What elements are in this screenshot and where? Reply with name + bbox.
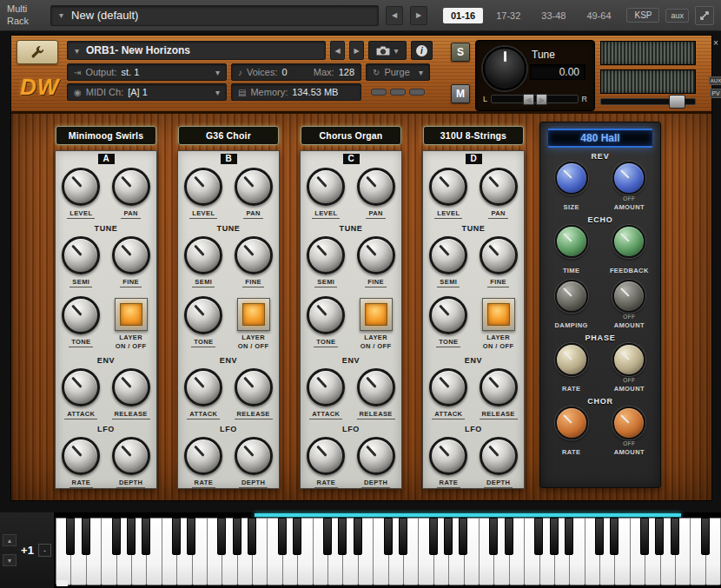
preset-button[interactable]: Minimoog Swirls xyxy=(56,126,156,145)
fx-knob[interactable] xyxy=(612,280,645,313)
black-key[interactable] xyxy=(233,518,241,555)
attack-knob[interactable] xyxy=(62,368,100,406)
close-icon[interactable]: × xyxy=(713,38,718,49)
layer-on-off-toggle[interactable] xyxy=(115,298,148,331)
semi-knob[interactable] xyxy=(307,236,345,274)
level-knob[interactable] xyxy=(184,168,222,206)
tune-knob[interactable] xyxy=(483,47,526,90)
release-knob[interactable] xyxy=(112,368,150,406)
black-key[interactable] xyxy=(278,518,287,555)
fine-knob[interactable] xyxy=(357,236,395,274)
black-key[interactable] xyxy=(701,518,710,555)
black-key[interactable] xyxy=(640,518,649,555)
volume-slider-handle[interactable] xyxy=(669,95,685,109)
mute-button[interactable]: M xyxy=(451,84,470,103)
release-knob[interactable] xyxy=(357,368,395,406)
output-select[interactable]: ⇥ Output: st. 1 ▾ xyxy=(67,63,227,81)
solo-button[interactable]: S xyxy=(451,43,470,62)
octave-down-icon[interactable]: ▼ xyxy=(3,554,17,566)
black-key[interactable] xyxy=(671,518,679,555)
black-key[interactable] xyxy=(399,518,407,555)
semi-knob[interactable] xyxy=(429,236,467,274)
lfo-rate-knob[interactable] xyxy=(184,437,222,475)
lfo-depth-knob[interactable] xyxy=(357,437,395,475)
semi-knob[interactable] xyxy=(184,236,222,274)
black-key[interactable] xyxy=(384,518,393,555)
black-key[interactable] xyxy=(429,518,438,555)
black-key[interactable] xyxy=(489,518,498,555)
fx-knob[interactable] xyxy=(555,162,588,195)
black-key[interactable] xyxy=(610,518,618,555)
black-key[interactable] xyxy=(459,518,467,555)
prev-multi-button[interactable]: ◀ xyxy=(386,6,403,25)
pan-slider[interactable]: ◁ ▷ xyxy=(491,95,578,103)
pan-knob[interactable] xyxy=(235,168,273,206)
black-key[interactable] xyxy=(534,518,543,555)
preset-button[interactable]: Chorus Organ xyxy=(301,126,401,145)
lfo-rate-knob[interactable] xyxy=(62,437,100,475)
octave-up-icon[interactable]: ▲ xyxy=(3,534,17,546)
black-key[interactable] xyxy=(82,518,90,555)
pan-handle-right[interactable]: ▷ xyxy=(536,94,547,105)
black-key[interactable] xyxy=(338,518,347,555)
lfo-depth-knob[interactable] xyxy=(235,437,273,475)
tab-49-64[interactable]: 49-64 xyxy=(579,8,618,23)
lfo-depth-knob[interactable] xyxy=(112,437,150,475)
tone-knob[interactable] xyxy=(62,296,100,334)
black-key[interactable] xyxy=(66,518,75,555)
midi-channel-select[interactable]: ◉ MIDI Ch: [A] 1 ▾ xyxy=(67,83,227,101)
keyboard-scroll-handle[interactable] xyxy=(56,580,68,586)
prev-instrument-button[interactable]: ◀ xyxy=(330,41,345,60)
octave-minus-button[interactable]: - xyxy=(38,544,51,557)
fx-knob[interactable] xyxy=(555,280,588,313)
pv-side-button[interactable]: PV xyxy=(710,89,721,98)
black-key[interactable] xyxy=(354,518,362,555)
fx-knob[interactable] xyxy=(612,162,645,195)
fx-knob[interactable] xyxy=(612,225,645,258)
black-key[interactable] xyxy=(112,518,121,555)
layer-on-off-toggle[interactable] xyxy=(482,298,515,331)
fine-knob[interactable] xyxy=(235,236,273,274)
tone-knob[interactable] xyxy=(429,296,467,334)
lfo-depth-knob[interactable] xyxy=(480,437,518,475)
black-key[interactable] xyxy=(565,518,573,555)
layer-on-off-toggle[interactable] xyxy=(360,298,393,331)
instrument-title-dropdown[interactable]: ▾ ORB1- New Horizons xyxy=(67,41,326,60)
level-knob[interactable] xyxy=(429,168,467,206)
fx-knob[interactable] xyxy=(612,406,645,439)
reverb-preset-display[interactable]: 480 Hall xyxy=(548,129,652,148)
fx-knob[interactable] xyxy=(555,406,588,439)
resize-icon[interactable] xyxy=(695,6,714,25)
black-key[interactable] xyxy=(655,518,664,555)
ksp-button[interactable]: KSP xyxy=(626,8,659,23)
tab-01-16[interactable]: 01-16 xyxy=(443,8,483,23)
tab-17-32[interactable]: 17-32 xyxy=(488,8,528,23)
black-key[interactable] xyxy=(142,518,150,555)
level-knob[interactable] xyxy=(62,168,100,206)
fx-knob[interactable] xyxy=(555,343,588,376)
tune-value[interactable]: 0.00 xyxy=(530,64,585,80)
semi-knob[interactable] xyxy=(62,236,100,274)
fine-knob[interactable] xyxy=(480,236,518,274)
pan-knob[interactable] xyxy=(480,168,518,206)
purge-button[interactable]: ↻ Purge ▾ xyxy=(366,63,430,81)
lfo-rate-knob[interactable] xyxy=(429,437,467,475)
black-key[interactable] xyxy=(127,518,136,555)
fx-knob[interactable] xyxy=(555,225,588,258)
black-key[interactable] xyxy=(293,518,301,555)
release-knob[interactable] xyxy=(235,368,273,406)
fx-knob[interactable] xyxy=(612,343,645,376)
black-key[interactable] xyxy=(505,518,513,555)
black-key[interactable] xyxy=(248,518,256,555)
preset-button[interactable]: 310U 8-Strings xyxy=(423,126,524,145)
aux-side-button[interactable]: AUX xyxy=(709,76,721,85)
lfo-rate-knob[interactable] xyxy=(307,437,345,475)
black-key[interactable] xyxy=(217,518,226,555)
black-key[interactable] xyxy=(550,518,559,555)
fine-knob[interactable] xyxy=(112,236,150,274)
attack-knob[interactable] xyxy=(184,368,222,406)
tone-knob[interactable] xyxy=(184,296,222,334)
snapshot-button[interactable]: ▾ xyxy=(368,41,407,60)
tone-knob[interactable] xyxy=(307,296,345,334)
release-knob[interactable] xyxy=(480,368,518,406)
